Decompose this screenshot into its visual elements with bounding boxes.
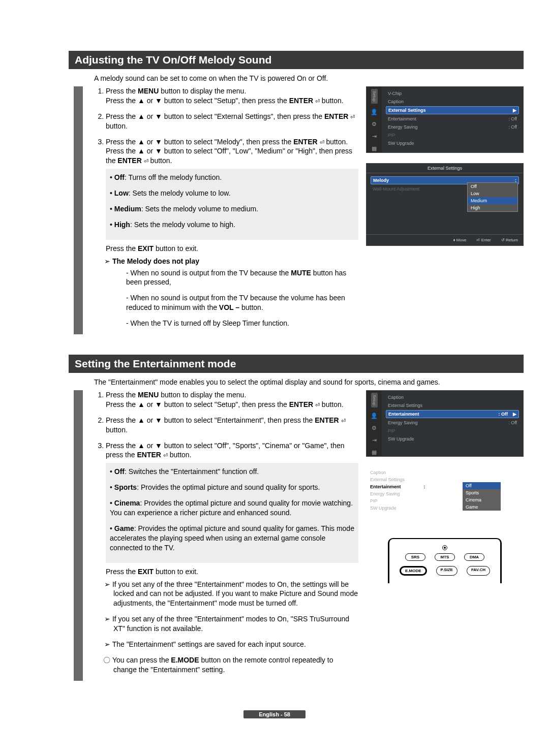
tv-screenshot-light: Caption External Settings Entertainment …: [366, 467, 524, 533]
menu-item: SW Upgrade: [386, 435, 519, 443]
menu-item: Entertainment: Off: [386, 115, 519, 122]
popup-menu: Off Sports Cinema Game: [463, 482, 501, 511]
popup-item: High: [468, 204, 517, 211]
remote-button-mts: MTS: [435, 553, 455, 561]
tv-screenshot-setup: Setup 👤 ⚙ ⇥ ▦ V-Chip Caption External Se…: [366, 86, 524, 153]
melody-noplay-heading: The Melody does not play When no sound i…: [113, 257, 358, 328]
menu-item: Caption: [386, 394, 519, 401]
noplay-item: When the TV is turned off by Sleep Timer…: [126, 319, 358, 328]
menu-item: Caption: [368, 469, 522, 476]
noplay-item: When no sound is output from the TV beca…: [126, 268, 358, 288]
intro-text: A melody sound can be set to come on whe…: [94, 74, 524, 82]
menu-item-selected: External Settings▶: [386, 106, 519, 114]
record-icon: [442, 545, 447, 550]
note-item: If you set any of the three "Entertainme…: [113, 614, 358, 634]
menu-item: PIP: [386, 427, 519, 434]
popup-item: Off: [468, 183, 517, 190]
popup-item: Cinema: [463, 496, 501, 503]
section-entertainment: Setting the Entertainment mode The "Ente…: [25, 355, 524, 681]
note-item: If you set any of the three "Entertainme…: [113, 580, 358, 609]
intro-text: The "Entertainment" mode enables you to …: [94, 378, 524, 386]
popup-item-selected: Medium: [468, 197, 517, 204]
remote-button-favch: FAV.CH: [467, 566, 490, 576]
app-icon: ▦: [371, 449, 378, 456]
enter-icon: ⏎: [163, 452, 168, 458]
enter-icon: ⏎: [320, 139, 324, 145]
step-2: Press the ▲ or ▼ button to select "Enter…: [106, 416, 358, 435]
gear-icon: ⚙: [371, 425, 378, 432]
tv-title: External Settings: [367, 164, 523, 173]
section-title: Setting the Entertainment mode: [69, 355, 524, 373]
menu-item: External Settings: [386, 402, 519, 409]
remote-control-illustration: SRS MTS DMA E.MODE P.SIZE FAV.CH: [366, 538, 524, 583]
section-title: Adjusting the TV On/Off Melody Sound: [69, 51, 524, 69]
section-melody: Adjusting the TV On/Off Melody Sound A m…: [25, 51, 524, 334]
option-list: Off: Switches the "Entertainment" functi…: [106, 463, 358, 562]
popup-item: Low: [468, 190, 517, 197]
remote-note: You can press the E.MODE button on the r…: [113, 655, 358, 675]
popup-item-selected: Off: [463, 482, 501, 489]
app-icon: ▦: [371, 145, 378, 152]
step-3: Press the ▲ or ▼ button to select "Off",…: [106, 441, 358, 675]
tv-screenshot-external: External Settings Melody: Wall-Mount Adj…: [366, 163, 524, 246]
enter-icon: ⏎: [315, 402, 320, 408]
popup-item: Game: [463, 503, 501, 511]
menu-item: Caption: [386, 98, 519, 105]
note-item: The "Entertainment" settings are saved f…: [113, 640, 358, 649]
enter-icon: ⏎: [144, 158, 148, 164]
people-icon: 👤: [371, 413, 378, 420]
page-footer: English - 58: [25, 711, 524, 717]
menu-item: SW Upgrade: [386, 140, 519, 147]
noplay-item: When no sound is output from the TV beca…: [126, 293, 358, 312]
enter-icon: ⏎: [315, 98, 320, 104]
menu-item: V-Chip: [386, 90, 519, 97]
page-number-badge: English - 58: [243, 710, 306, 718]
step-3: Press the ▲ or ▼ button to select "Melod…: [106, 137, 358, 328]
remote-button-dma: DMA: [464, 553, 484, 561]
step-1: Press the MENU button to display the men…: [106, 390, 358, 410]
sidebar-label: Setup: [371, 393, 378, 407]
popup-item: Sports: [463, 489, 501, 496]
enter-icon: ⏎: [341, 418, 346, 424]
enter-icon: ⏎: [350, 114, 355, 120]
vertical-bar: [74, 390, 83, 681]
option-list: Off: Turns off the melody function. Low:…: [106, 169, 358, 240]
step-1: Press the MENU button to display the men…: [106, 86, 358, 106]
footer-enter: ⏎ Enter: [476, 238, 491, 242]
remote-button-emode: E.MODE: [400, 566, 427, 576]
remote-button-srs: SRS: [405, 553, 425, 561]
popup-menu: Off Low Medium High: [467, 182, 518, 212]
vertical-bar: [74, 86, 83, 334]
input-icon: ⇥: [371, 133, 378, 140]
gear-icon: ⚙: [371, 121, 378, 128]
people-icon: 👤: [371, 109, 378, 116]
step-2: Press the ▲ or ▼ button to select "Exter…: [106, 112, 358, 131]
footer-move: ♦ Move: [453, 238, 467, 242]
sidebar-label: Setup: [371, 89, 378, 104]
menu-item: Energy Saving: Off: [386, 123, 519, 131]
remote-button-psize: P.SIZE: [436, 566, 458, 576]
menu-item-selected: Entertainment: Off ▶: [386, 410, 519, 418]
menu-item: Energy Saving: Off: [386, 419, 519, 426]
menu-item: PIP: [386, 132, 519, 139]
footer-return: ↺ Return: [501, 238, 518, 242]
input-icon: ⇥: [371, 437, 378, 444]
tv-screenshot-setup: Setup 👤 ⚙ ⇥ ▦ Caption External Settings …: [366, 390, 524, 457]
